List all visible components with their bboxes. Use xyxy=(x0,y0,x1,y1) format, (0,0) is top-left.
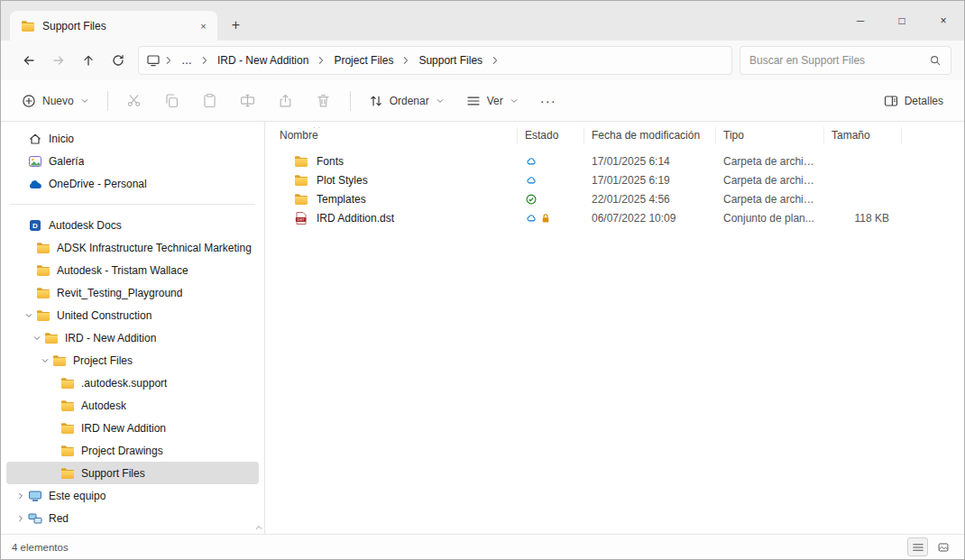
chevron-right-icon[interactable] xyxy=(315,55,327,66)
sidebar-item-inicio[interactable]: Inicio xyxy=(6,127,259,150)
sidebar-item-ird-new-addition[interactable]: IRD New Addition xyxy=(6,417,259,439)
chevron-right-icon[interactable] xyxy=(198,55,211,66)
folder-icon xyxy=(60,466,77,481)
folder-icon xyxy=(60,421,77,436)
sidebar-item-adsk-infrastructure-technical-marketing[interactable]: ADSK Infrastructure Technical Marketing xyxy=(6,236,259,259)
scroll-up-icon[interactable] xyxy=(254,523,263,532)
file-status-cell xyxy=(518,155,584,168)
search-input[interactable] xyxy=(749,54,922,67)
share-button[interactable] xyxy=(268,86,304,116)
cloud-status-icon xyxy=(525,155,538,168)
column-header-nombre[interactable]: Nombre xyxy=(272,127,518,144)
rename-button[interactable] xyxy=(230,86,266,116)
plus-circle-icon xyxy=(22,94,36,108)
sidebar-item-autodesk[interactable]: Autodesk xyxy=(6,394,259,417)
column-header-label: Fecha de modificación xyxy=(592,129,700,142)
sidebar-item-project-files[interactable]: Project Files xyxy=(6,349,259,372)
file-list-pane: NombreEstadoFecha de modificaciónTipoTam… xyxy=(265,122,964,534)
sidebar-item-label: IRD New Addition xyxy=(81,422,166,435)
chevron-down-icon[interactable] xyxy=(30,334,44,343)
chevron-right-icon[interactable] xyxy=(14,514,28,523)
sort-button-label: Ordenar xyxy=(390,95,429,107)
new-button-label: Nuevo xyxy=(42,95,74,107)
refresh-button[interactable] xyxy=(103,47,133,75)
close-button[interactable]: × xyxy=(923,1,964,40)
chevron-down-icon[interactable] xyxy=(22,311,36,320)
sidebar-item-galer-a[interactable]: Galería xyxy=(6,150,259,172)
paste-button[interactable] xyxy=(192,86,228,116)
column-header-fecha[interactable]: Fecha de modificación xyxy=(584,127,716,144)
sidebar-item-united-construction[interactable]: United Construction xyxy=(6,304,259,326)
file-row-plot-styles[interactable]: Plot Styles17/01/2025 6:19Carpeta de arc… xyxy=(272,170,964,189)
column-header-estado[interactable]: Estado xyxy=(518,127,584,144)
address-bar[interactable]: …IRD - New AdditionProject FilesSupport … xyxy=(138,46,732,75)
search-box[interactable] xyxy=(740,46,951,75)
copy-button[interactable] xyxy=(154,86,190,116)
navigation-pane: InicioGaleríaOneDrive - PersonalAutodesk… xyxy=(1,122,265,534)
new-tab-button[interactable]: + xyxy=(225,14,247,36)
sidebar-item-label: IRD - New Addition xyxy=(65,332,156,344)
sidebar-item-support-files[interactable]: Support Files xyxy=(6,462,259,484)
folder-icon xyxy=(60,444,77,458)
breadcrumb-item[interactable]: IRD - New Addition xyxy=(211,51,315,69)
chevron-right-icon[interactable] xyxy=(400,55,412,66)
sort-button[interactable]: Ordenar xyxy=(359,86,455,116)
file-row-templates[interactable]: Templates22/01/2025 4:56Carpeta de archi… xyxy=(272,189,964,208)
explorer-window: Support Files × + ─ □ × …IRD - New Addit… xyxy=(0,0,965,560)
sidebar-item-red[interactable]: Red xyxy=(6,507,259,529)
file-row-ird-addition-dst[interactable]: IRD Addition.dst06/07/2022 10:09Conjunto… xyxy=(272,208,964,227)
minimize-button[interactable]: ─ xyxy=(840,1,881,40)
folder-icon xyxy=(60,399,77,413)
chevron-down-icon xyxy=(80,96,89,106)
sidebar-item-ird-new-addition[interactable]: IRD - New Addition xyxy=(6,326,259,349)
breadcrumb-item[interactable]: Support Files xyxy=(412,51,489,69)
details-view-button[interactable] xyxy=(907,537,928,556)
sidebar-item-autodesk-tristam-wallace[interactable]: Autodesk - Tristam Wallace xyxy=(6,259,259,281)
search-icon[interactable] xyxy=(929,54,942,67)
breadcrumb-item[interactable]: Project Files xyxy=(327,51,400,69)
delete-button[interactable] xyxy=(306,86,342,116)
forward-button[interactable] xyxy=(43,47,73,75)
cut-button[interactable] xyxy=(116,86,152,116)
breadcrumb-ellipsis[interactable]: … xyxy=(175,51,198,69)
details-pane-button[interactable]: Detalles xyxy=(874,86,953,116)
folder-icon xyxy=(44,331,60,345)
item-count: 4 elementos xyxy=(12,542,69,553)
thumbnails-view-button[interactable] xyxy=(933,537,953,556)
window-controls: ─ □ × xyxy=(840,1,964,40)
sidebar-item-autodesk-docs[interactable]: Autodesk Docs xyxy=(6,214,259,236)
file-name-cell: Fonts xyxy=(272,154,518,169)
toolbar-separator xyxy=(350,91,351,111)
sidebar-item-project-drawings[interactable]: Project Drawings xyxy=(6,439,259,462)
tab-close-button[interactable]: × xyxy=(195,17,212,34)
file-modified-date: 06/07/2022 10:09 xyxy=(584,212,716,225)
dst-file-icon xyxy=(294,211,308,225)
maximize-button[interactable]: □ xyxy=(881,1,923,40)
sidebar-item-autodesk-support[interactable]: .autodesk.support xyxy=(6,372,259,394)
file-row-fonts[interactable]: Fonts17/01/2025 6:14Carpeta de archivos xyxy=(272,151,964,170)
chevron-right-icon[interactable] xyxy=(162,55,175,66)
chevron-right-icon[interactable] xyxy=(489,55,501,66)
file-name: Fonts xyxy=(317,155,344,168)
column-header-tipo[interactable]: Tipo xyxy=(716,127,824,144)
column-header-tamano[interactable]: Tamaño xyxy=(824,127,902,144)
back-button[interactable] xyxy=(14,47,43,75)
sidebar-item-label: Inicio xyxy=(49,133,74,145)
view-toggles xyxy=(907,537,953,556)
sidebar-item-label: United Construction xyxy=(57,309,152,322)
sidebar-item-revit-testing-playground[interactable]: Revit_Testing_Playground xyxy=(6,281,259,304)
sidebar-item-onedrive-personal[interactable]: OneDrive - Personal xyxy=(6,172,259,195)
up-button[interactable] xyxy=(73,47,103,75)
sidebar-item-este-equipo[interactable]: Este equipo xyxy=(6,484,259,507)
chevron-down-icon[interactable] xyxy=(38,356,52,365)
file-status-cell xyxy=(518,174,584,187)
new-button[interactable]: Nuevo xyxy=(12,86,99,116)
file-status-cell xyxy=(518,193,584,206)
tab-support-files[interactable]: Support Files × xyxy=(10,11,217,41)
toolbar-separator xyxy=(107,91,108,111)
chevron-right-icon[interactable] xyxy=(14,491,28,500)
more-options-button[interactable]: ··· xyxy=(530,86,566,116)
sidebar-item-label: Revit_Testing_Playground xyxy=(57,287,182,299)
sidebar-item-label: Galería xyxy=(49,155,84,168)
view-button[interactable]: Ver xyxy=(456,86,528,116)
